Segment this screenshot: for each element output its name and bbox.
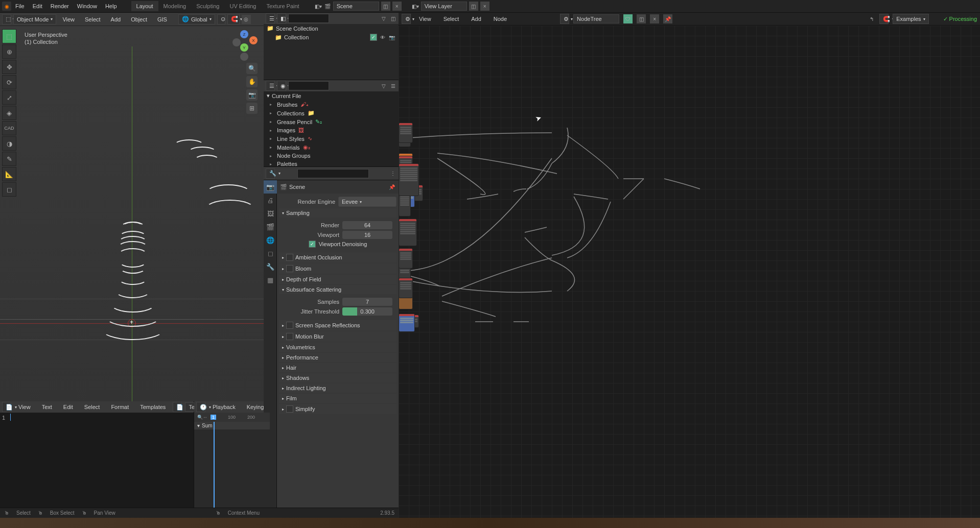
axis-y-icon[interactable]: Y bbox=[240, 43, 248, 52]
filter-icon[interactable]: ▽ bbox=[380, 15, 387, 22]
snap-node-dropdown[interactable]: 🧲 bbox=[879, 14, 889, 24]
viewport-samples-value[interactable]: 16 bbox=[342, 231, 392, 239]
node-f[interactable] bbox=[399, 219, 417, 246]
props-options-icon[interactable]: ⋮ bbox=[389, 170, 396, 177]
node-d[interactable] bbox=[399, 123, 413, 143]
ds-playback[interactable]: Playback bbox=[208, 402, 240, 412]
menu-edit[interactable]: Edit bbox=[29, 1, 46, 11]
goto-parent-icon[interactable]: ↰ bbox=[868, 15, 875, 22]
sss-samples-value[interactable]: 7 bbox=[342, 298, 392, 306]
scene-name-input[interactable] bbox=[333, 2, 379, 11]
outliner-collection[interactable]: 📁 Collection 👁 📷 bbox=[264, 33, 399, 42]
fb-filter-icon[interactable]: ▽ bbox=[380, 82, 387, 89]
tool-annotate[interactable]: CAD bbox=[2, 121, 16, 135]
viewport-object[interactable]: Object bbox=[127, 14, 151, 25]
render-engine-dropdown[interactable]: Eevee bbox=[338, 197, 396, 207]
current-frame[interactable]: 1 bbox=[211, 415, 216, 420]
fb-mode-dropdown[interactable]: ◉ bbox=[277, 81, 286, 91]
tool-addcube[interactable]: ◻ bbox=[2, 182, 16, 197]
fb-options-icon[interactable]: ☰ bbox=[389, 82, 396, 89]
fb-current-file[interactable]: ▾ Current File bbox=[264, 91, 399, 100]
nodetree-browse-dropdown[interactable]: ⚙ bbox=[560, 14, 569, 24]
viewport-denoise-checkbox[interactable] bbox=[309, 241, 316, 248]
panel-ambient[interactable]: Ambient Occlusion bbox=[279, 252, 396, 262]
prop-tab-world[interactable]: 🌐 bbox=[264, 233, 277, 247]
fb-materials[interactable]: Materials◉₂ bbox=[264, 143, 399, 152]
panel-volumetrics[interactable]: Volumetrics bbox=[279, 343, 396, 352]
te-text[interactable]: Text bbox=[38, 402, 56, 412]
text-browse-dropdown[interactable]: 📄 bbox=[173, 402, 182, 412]
fb-brushes[interactable]: Brushes🖌₄ bbox=[264, 100, 399, 109]
fb-palettes[interactable]: Palettes bbox=[264, 160, 399, 166]
playhead[interactable] bbox=[214, 422, 215, 518]
fb-images[interactable]: Images🖼 bbox=[264, 126, 399, 134]
outliner-type-dropdown[interactable]: ☰ bbox=[266, 13, 275, 23]
nodetree-name-input[interactable] bbox=[573, 14, 619, 23]
ws-sculpting[interactable]: Sculpting bbox=[191, 1, 224, 11]
outliner-search[interactable] bbox=[288, 14, 329, 23]
tool-cursor[interactable]: ⊕ bbox=[2, 44, 16, 59]
panel-simplify[interactable]: Simplify bbox=[279, 404, 396, 414]
timeline-ruler[interactable]: 🔍↔ 1 100 200 bbox=[194, 413, 270, 422]
panel-film[interactable]: Film bbox=[279, 394, 396, 403]
camera-icon[interactable]: 📷 bbox=[246, 89, 258, 101]
viewport-gis[interactable]: GIS bbox=[153, 14, 171, 25]
persp-icon[interactable]: ⊞ bbox=[246, 103, 258, 114]
prop-tab-modifiers[interactable]: 🔧 bbox=[264, 260, 277, 273]
node-select[interactable]: Select bbox=[439, 14, 463, 24]
tool-select[interactable]: ⬚ bbox=[2, 29, 16, 43]
viewlayer-name-input[interactable] bbox=[421, 2, 467, 11]
mesh-object[interactable] bbox=[100, 222, 166, 324]
eye-icon[interactable]: 👁 bbox=[379, 34, 386, 41]
orientation-dropdown[interactable]: 🌐 Global bbox=[178, 14, 215, 25]
panel-indirect[interactable]: Indirect Lighting bbox=[279, 383, 396, 393]
te-view[interactable]: View bbox=[14, 402, 35, 412]
viewlayer-browse-icon[interactable]: ◧▾ bbox=[412, 3, 419, 10]
menu-window[interactable]: Window bbox=[73, 1, 101, 11]
node-editor-type-dropdown[interactable]: ⚙ bbox=[402, 14, 411, 24]
pan-icon[interactable]: ✋ bbox=[246, 76, 258, 87]
outliner-mode-dropdown[interactable]: ◧ bbox=[277, 13, 286, 23]
tool-ruler[interactable]: 📐 bbox=[2, 167, 16, 181]
nodetree-delete-button[interactable]: × bbox=[650, 14, 659, 23]
scene-new-button[interactable]: ◫ bbox=[381, 2, 390, 11]
props-search[interactable] bbox=[297, 169, 369, 178]
node-add[interactable]: Add bbox=[467, 14, 485, 24]
blender-logo-icon[interactable]: ◉ bbox=[2, 2, 11, 11]
node-j[interactable] bbox=[399, 163, 419, 196]
fb-type-dropdown[interactable]: ☰ bbox=[266, 81, 275, 91]
prop-tab-output[interactable]: 🖨 bbox=[264, 194, 277, 207]
prop-tab-object[interactable]: ◻ bbox=[264, 247, 277, 260]
te-templates[interactable]: Templates bbox=[136, 402, 170, 412]
collection-checkbox[interactable] bbox=[370, 34, 377, 41]
pin-icon[interactable]: 📌 bbox=[388, 183, 395, 190]
props-editor-type-dropdown[interactable]: 🔧 bbox=[266, 169, 275, 179]
outliner-scene-collection[interactable]: 📁 Scene Collection bbox=[264, 24, 399, 33]
fb-collections[interactable]: Collections📁 bbox=[264, 109, 399, 117]
nodetree-new-button[interactable]: ◫ bbox=[637, 14, 646, 23]
fb-linestyles[interactable]: Line Styles∿ bbox=[264, 134, 399, 143]
node-blue-2[interactable] bbox=[399, 314, 415, 332]
viewport-add[interactable]: Add bbox=[107, 14, 125, 25]
ws-uv[interactable]: UV Editing bbox=[224, 1, 261, 11]
ws-modeling[interactable]: Modeling bbox=[158, 1, 192, 11]
dopesheet-type-dropdown[interactable]: 🕐 bbox=[196, 402, 205, 412]
panel-sampling[interactable]: Sampling bbox=[279, 208, 396, 218]
node-canvas[interactable]: ➤ bbox=[399, 26, 980, 518]
text-editor-type-dropdown[interactable]: 📄 bbox=[2, 402, 11, 412]
ws-layout[interactable]: Layout bbox=[131, 1, 158, 11]
fb-nodegroups[interactable]: Node Groups bbox=[264, 152, 399, 160]
node-view[interactable]: View bbox=[415, 14, 435, 24]
examples-dropdown[interactable]: Examples bbox=[893, 14, 928, 24]
scene-delete-button[interactable]: × bbox=[392, 2, 402, 11]
render-samples-value[interactable]: 64 bbox=[342, 221, 392, 229]
viewport-view[interactable]: View bbox=[58, 14, 79, 25]
tool-measure[interactable]: ◑ bbox=[2, 136, 16, 151]
text-editor-body[interactable]: 1 bbox=[0, 413, 194, 509]
prop-tab-viewlayer[interactable]: 🖼 bbox=[264, 207, 277, 220]
fb-search[interactable] bbox=[288, 81, 329, 90]
nodetree-shield-icon[interactable]: 🛡 bbox=[623, 14, 633, 23]
new-collection-icon[interactable]: ◫ bbox=[389, 15, 396, 22]
panel-dof[interactable]: Depth of Field bbox=[279, 275, 396, 284]
proportional-toggle[interactable]: ◎ bbox=[242, 15, 251, 24]
